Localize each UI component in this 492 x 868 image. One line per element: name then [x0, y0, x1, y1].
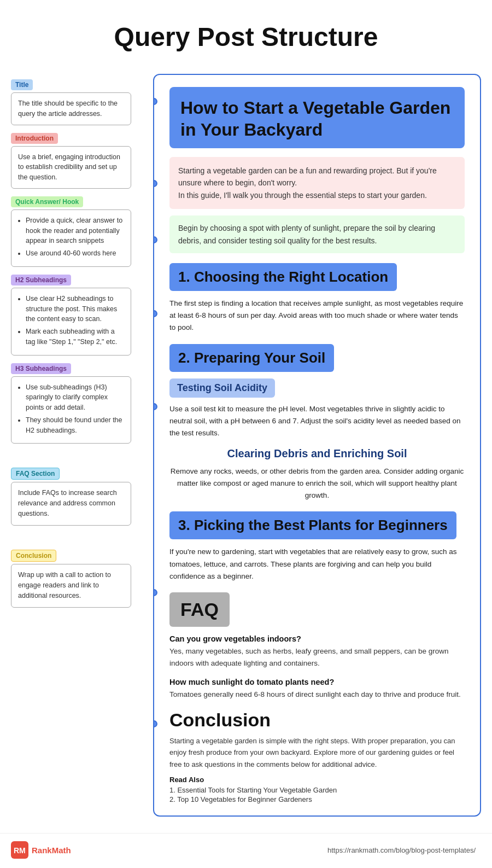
sidebar: Title The title should be specific to th…: [11, 74, 137, 817]
main-content-panel: How to Start a Vegetable Garden in Your …: [153, 74, 481, 817]
sidebar-box-h2: Use clear H2 subheadings to structure th…: [11, 288, 131, 356]
sidebar-quick-item-2: Use around 40-60 words here: [26, 248, 124, 259]
sidebar-box-title: The title should be specific to the quer…: [11, 92, 131, 125]
sidebar-box-h3: Use sub-subheadings (H3) sparingly to cl…: [11, 376, 131, 444]
sidebar-quick-list: Provide a quick, clear answer to hook th…: [18, 215, 124, 259]
section-3-body: If you're new to gardening, start with v…: [169, 546, 465, 582]
section-2-h3-2: Clearing Debris and Enriching Soil Remov…: [169, 447, 465, 502]
sidebar-box-conclusion: Wrap up with a call to action to engage …: [11, 564, 131, 608]
faq-q-2: How much sunlight do tomato plants need?: [169, 678, 465, 686]
sidebar-box-faq: Include FAQs to increase search relevanc…: [11, 482, 131, 526]
sidebar-item-introduction: Introduction Use a brief, engaging intro…: [11, 133, 131, 189]
faq-q-1: Can you grow vegetables indoors?: [169, 634, 465, 643]
section-1: 1. Choosing the Right Location The first…: [169, 263, 465, 334]
faq-a-1: Yes, many vegetables, such as herbs, lea…: [169, 645, 465, 669]
footer-url: https://rankmath.com/blog/blog-post-temp…: [327, 846, 476, 854]
section-2-h3-1-body: Use a soil test kit to measure the pH le…: [169, 403, 465, 440]
page-title: Query Post Structure: [0, 0, 492, 63]
sidebar-quick-item-1: Provide a quick, clear answer to hook th…: [26, 215, 124, 246]
h2-text-3: 3. Picking the Best Plants for Beginners: [178, 517, 448, 533]
sidebar-h3-list: Use sub-subheadings (H3) sparingly to cl…: [18, 382, 124, 436]
read-also-label: Read Also: [169, 776, 465, 784]
conclusion-section: Conclusion Starting a vegetable garden i…: [169, 709, 465, 803]
faq-a-2: Tomatoes generally need 6-8 hours of dir…: [169, 689, 465, 701]
sidebar-h2-list: Use clear H2 subheadings to structure th…: [18, 294, 124, 347]
faq-item-2: How much sunlight do tomato plants need?…: [169, 678, 465, 701]
sidebar-item-quick-answer: Quick Answer/ Hook Provide a quick, clea…: [11, 196, 131, 267]
conclusion-body: Starting a vegetable garden is simple wi…: [169, 735, 465, 770]
post-title-block: How to Start a Vegetable Garden in Your …: [169, 87, 465, 148]
read-also-item-2: 2. Top 10 Vegetables for Beginner Garden…: [169, 795, 465, 803]
sidebar-label-faq: FAQ Section: [11, 468, 60, 480]
section-1-body: The first step is finding a location tha…: [169, 298, 465, 334]
intro-line-2: In this guide, I'll walk you through the…: [178, 191, 427, 200]
sidebar-item-h3: H3 Subheadings Use sub-subheadings (H3) …: [11, 363, 131, 444]
sidebar-text-title: The title should be specific to the quer…: [18, 100, 118, 118]
sidebar-h3-item-2: They should be found under the H2 subhea…: [26, 415, 124, 436]
sidebar-label-intro: Introduction: [11, 133, 58, 144]
sidebar-label-h3: H3 Subheadings: [11, 363, 71, 374]
quick-answer-block: Begin by choosing a spot with plenty of …: [169, 215, 465, 253]
sidebar-box-intro: Use a brief, engaging introduction to es…: [11, 146, 131, 189]
sidebar-text-conclusion: Wrap up with a call to action to engage …: [18, 571, 111, 599]
read-also-item-1: 1. Essential Tools for Starting Your Veg…: [169, 786, 465, 794]
read-also-list: 1. Essential Tools for Starting Your Veg…: [169, 786, 465, 803]
svg-text:RM: RM: [14, 846, 26, 855]
sidebar-box-quick: Provide a quick, clear answer to hook th…: [11, 209, 131, 267]
intro-line-1: Starting a vegetable garden can be a fun…: [178, 166, 437, 187]
sidebar-h2-item-1: Use clear H2 subheadings to structure th…: [26, 294, 124, 324]
quick-answer-text: Begin by choosing a spot with plenty of …: [178, 224, 435, 244]
sidebar-h3-item-1: Use sub-subheadings (H3) sparingly to cl…: [26, 382, 124, 413]
section-2-h3-1: Testing Soil Acidity Use a soil test kit…: [169, 378, 465, 440]
sidebar-label-title: Title: [11, 79, 33, 90]
h2-text-1: 1. Choosing the Right Location: [178, 269, 388, 285]
rankmath-logo-icon: RM: [11, 841, 28, 859]
section-2-h3-2-body: Remove any rocks, weeds, or other debris…: [169, 465, 465, 502]
section-3: 3. Picking the Best Plants for Beginners…: [169, 511, 465, 582]
sidebar-item-title: Title The title should be specific to th…: [11, 79, 131, 125]
section-2: 2. Preparing Your Soil Testing Soil Acid…: [169, 344, 465, 502]
h3-text-1: Testing Soil Acidity: [177, 382, 267, 393]
conclusion-heading: Conclusion: [169, 709, 465, 731]
footer-logo: RM RankMath: [11, 841, 71, 859]
sidebar-item-faq: FAQ Section Include FAQs to increase sea…: [11, 468, 131, 526]
sidebar-text-faq: Include FAQs to increase search relevanc…: [18, 489, 117, 517]
footer: RM RankMath https://rankmath.com/blog/bl…: [0, 833, 492, 866]
h2-text-2: 2. Preparing Your Soil: [178, 349, 325, 366]
sidebar-text-intro: Use a brief, engaging introduction to es…: [18, 153, 120, 182]
footer-brand-name: RankMath: [32, 846, 71, 855]
h3-heading-1: Testing Soil Acidity: [169, 378, 275, 398]
post-title: How to Start a Vegetable Garden in Your …: [180, 97, 454, 141]
sidebar-h2-item-2: Mark each subheading with a tag like "St…: [26, 327, 124, 347]
faq-section: FAQ Can you grow vegetables indoors? Yes…: [169, 592, 465, 701]
faq-heading-text: FAQ: [180, 599, 219, 620]
sidebar-label-h2: H2 Subheadings: [11, 275, 71, 286]
sidebar-label-quick: Quick Answer/ Hook: [11, 196, 83, 207]
sidebar-label-conclusion: Conclusion: [11, 550, 56, 562]
intro-block: Starting a vegetable garden can be a fun…: [169, 157, 465, 209]
sidebar-item-h2: H2 Subheadings Use clear H2 subheadings …: [11, 275, 131, 356]
faq-item-1: Can you grow vegetables indoors? Yes, ma…: [169, 634, 465, 669]
h2-heading-3: 3. Picking the Best Plants for Beginners: [169, 511, 456, 539]
h2-heading-1: 1. Choosing the Right Location: [169, 263, 397, 291]
sidebar-item-conclusion: Conclusion Wrap up with a call to action…: [11, 550, 131, 608]
faq-heading-block: FAQ: [169, 592, 230, 627]
h2-heading-2: 2. Preparing Your Soil: [169, 344, 334, 372]
h3-text-2: Clearing Debris and Enriching Soil: [227, 447, 407, 459]
